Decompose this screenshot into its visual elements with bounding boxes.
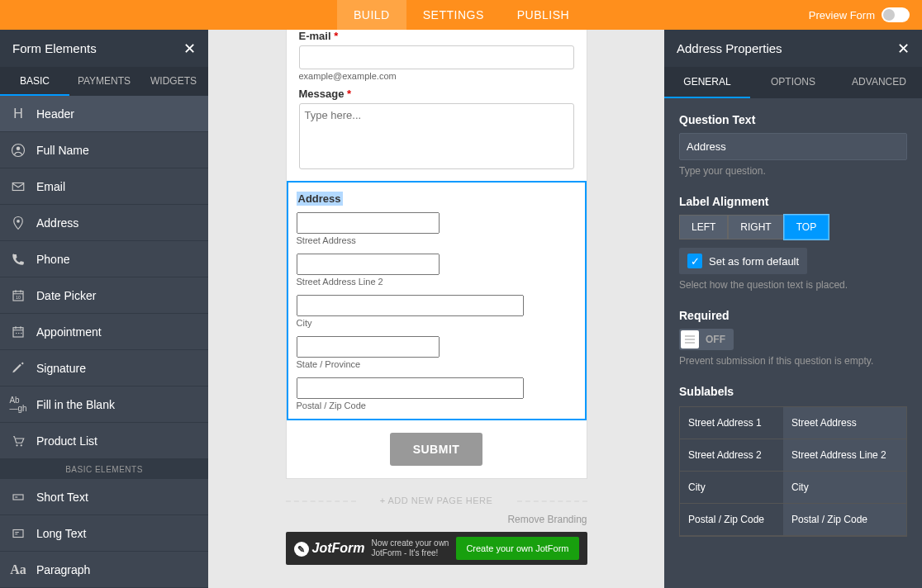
checkbox-checked-icon: ✓ <box>687 254 702 268</box>
tab-general[interactable]: GENERAL <box>664 67 750 98</box>
postal-input[interactable] <box>297 377 524 399</box>
tab-build[interactable]: BUILD <box>337 0 406 30</box>
tab-options[interactable]: OPTIONS <box>750 67 836 98</box>
svg-rect-6 <box>13 327 23 336</box>
fill-blank-icon: Ab—gh <box>0 396 36 413</box>
properties-title: Address Properties <box>677 41 782 55</box>
svg-point-3 <box>17 219 20 222</box>
tab-payments[interactable]: PAYMENTS <box>69 67 139 96</box>
table-row[interactable]: Street Address 1Street Address <box>680 407 906 439</box>
short-text-icon <box>0 490 36 505</box>
table-row[interactable]: Street Address 2Street Address Line 2 <box>680 439 906 472</box>
table-row[interactable]: Postal / Zip CodePostal / Zip Code <box>680 504 906 536</box>
elements-list: HHeader Full Name Email Address Phone 10… <box>0 96 208 588</box>
submit-button[interactable]: SUBMIT <box>390 433 483 466</box>
tab-publish[interactable]: PUBLISH <box>501 0 586 30</box>
element-phone[interactable]: Phone <box>0 241 208 277</box>
preview-form-toggle[interactable]: Preview Form <box>809 7 910 22</box>
tab-widgets[interactable]: WIDGETS <box>139 67 208 96</box>
svg-point-7 <box>16 332 17 334</box>
element-paragraph[interactable]: AaParagraph <box>0 552 208 588</box>
tab-basic[interactable]: BASIC <box>0 67 69 96</box>
element-productlist[interactable]: Product List <box>0 423 208 459</box>
align-top-button[interactable]: TOP <box>784 215 829 239</box>
phone-icon <box>0 252 36 267</box>
set-default-checkbox[interactable]: ✓ Set as form default <box>679 248 807 274</box>
question-text-input[interactable] <box>679 133 907 160</box>
properties-header: Address Properties ✕ <box>664 30 922 67</box>
add-page-button[interactable]: + ADD NEW PAGE HERE <box>286 496 587 505</box>
tab-advanced[interactable]: ADVANCED <box>836 67 922 98</box>
address-label: Address <box>297 192 343 206</box>
align-right-button[interactable]: RIGHT <box>728 215 783 239</box>
required-toggle[interactable]: OFF <box>679 329 734 350</box>
svg-point-1 <box>17 146 21 150</box>
svg-point-11 <box>21 444 22 446</box>
element-category-tabs: BASIC PAYMENTS WIDGETS <box>0 67 208 96</box>
message-label: Message * <box>299 88 574 100</box>
tab-settings[interactable]: SETTINGS <box>406 0 501 30</box>
table-row[interactable]: CityCity <box>680 472 906 504</box>
remove-branding-link[interactable]: Remove Branding <box>286 514 587 525</box>
element-email[interactable]: Email <box>0 168 208 205</box>
element-fullname[interactable]: Full Name <box>0 132 208 168</box>
field-address-selected[interactable]: Address Street Address Street Address Li… <box>287 181 587 420</box>
form-canvas[interactable]: E-mail * example@example.com Message * A… <box>208 30 664 588</box>
element-longtext[interactable]: Long Text <box>0 515 208 552</box>
sublabels-section: Sublabels Street Address 1Street Address… <box>679 385 907 537</box>
jotform-banner-text: Now create your own JotForm - It's free! <box>372 538 457 558</box>
element-appointment[interactable]: Appointment <box>0 314 208 350</box>
close-icon[interactable]: ✕ <box>183 40 196 58</box>
street2-input[interactable] <box>297 254 440 275</box>
svg-text:10: 10 <box>16 294 21 299</box>
label-alignment-section: Label Alignment LEFT RIGHT TOP ✓ Set as … <box>679 195 907 291</box>
element-signature[interactable]: Signature <box>0 350 208 386</box>
jotform-logo: JotForm <box>294 541 365 557</box>
create-jotform-button[interactable]: Create your own JotForm <box>456 537 578 560</box>
jotform-banner: JotForm Now create your own JotForm - It… <box>286 532 587 565</box>
city-input[interactable] <box>297 295 524 316</box>
svg-rect-12 <box>13 495 23 500</box>
user-icon <box>0 143 36 158</box>
pen-icon <box>0 361 36 376</box>
close-icon[interactable]: ✕ <box>897 40 910 58</box>
elements-separator: BASIC ELEMENTS <box>0 459 208 479</box>
envelope-icon <box>0 179 36 194</box>
properties-tabs: GENERAL OPTIONS ADVANCED <box>664 67 922 98</box>
message-textarea[interactable] <box>299 103 574 169</box>
form-card: E-mail * example@example.com Message * A… <box>286 30 587 479</box>
element-datepicker[interactable]: 10Date Picker <box>0 277 208 314</box>
question-text-section: Question Text Type your question. <box>679 113 907 177</box>
element-fillblank[interactable]: Ab—ghFill in the Blank <box>0 386 208 423</box>
left-panel-header: Form Elements ✕ <box>0 30 208 67</box>
svg-rect-2 <box>12 183 24 190</box>
element-shorttext[interactable]: Short Text <box>0 479 208 515</box>
svg-rect-13 <box>13 529 23 537</box>
svg-point-9 <box>21 332 22 334</box>
svg-point-10 <box>16 444 17 446</box>
street-input[interactable] <box>297 212 440 234</box>
element-header[interactable]: HHeader <box>0 96 208 132</box>
state-input[interactable] <box>297 336 440 358</box>
sublabels-table: Street Address 1Street Address Street Ad… <box>679 406 907 537</box>
svg-point-8 <box>18 332 20 334</box>
location-icon <box>0 216 36 230</box>
cart-icon <box>0 434 36 448</box>
align-left-button[interactable]: LEFT <box>679 215 728 239</box>
email-label: E-mail * <box>299 30 574 42</box>
field-email: E-mail * example@example.com <box>299 30 574 81</box>
calendar-check-icon <box>0 325 36 339</box>
calendar-icon: 10 <box>0 288 36 303</box>
email-input[interactable] <box>299 45 574 69</box>
left-panel: Form Elements ✕ BASIC PAYMENTS WIDGETS H… <box>0 30 208 588</box>
toggle-icon <box>882 7 910 22</box>
element-address[interactable]: Address <box>0 205 208 241</box>
left-panel-title: Form Elements <box>12 41 97 55</box>
long-text-icon <box>0 526 36 541</box>
toggle-knob-icon <box>681 330 699 349</box>
top-nav: BUILD SETTINGS PUBLISH <box>337 0 586 30</box>
required-section: Required OFF Prevent submission if this … <box>679 309 907 367</box>
heading-icon: H <box>0 107 36 121</box>
email-sublabel: example@example.com <box>299 71 574 81</box>
paragraph-icon: Aa <box>0 562 36 577</box>
